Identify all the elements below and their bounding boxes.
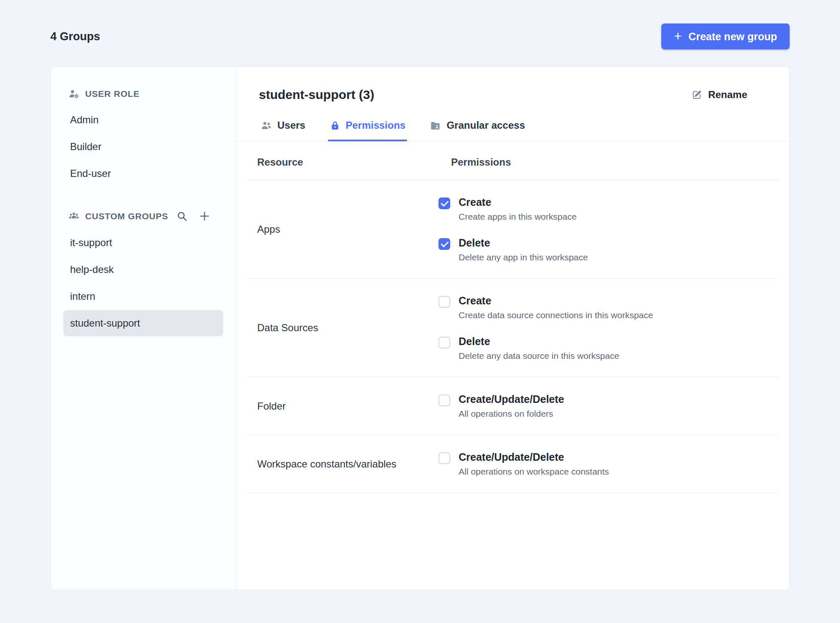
create-new-group-label: Create new group [689, 31, 777, 43]
sidebar-item-help-desk[interactable]: help-desk [63, 257, 223, 283]
sidebar-item-end-user[interactable]: End-user [63, 161, 223, 187]
permission-description: Create apps in this workspace [459, 212, 577, 222]
permissions-table: Resource Permissions Apps Create Create … [247, 141, 778, 493]
custom-groups-label: CUSTOM GROUPS [85, 211, 168, 221]
permission-label: Create/Update/Delete [459, 451, 609, 463]
table-row-workspace-constants: Workspace constants/variables Create/Upd… [247, 435, 778, 493]
permission-label: Create/Update/Delete [459, 393, 564, 405]
table-header-row: Resource Permissions [247, 141, 778, 180]
folder-cud-checkbox[interactable] [438, 395, 450, 406]
user-role-section: USER ROLE Admin Builder End-user [63, 85, 223, 187]
resource-name: Workspace constants/variables [247, 458, 438, 470]
sidebar-item-admin[interactable]: Admin [63, 107, 223, 133]
tab-permissions[interactable]: Permissions [328, 114, 407, 141]
folder-icon [430, 120, 441, 131]
permission-workspace-constants-cud: Create/Update/Delete All operations on w… [438, 451, 778, 477]
person-gear-icon [68, 88, 79, 99]
permission-description: Create data source connections in this w… [459, 310, 653, 320]
add-group-button[interactable] [198, 210, 211, 222]
page-title: 4 Groups [50, 30, 100, 43]
tab-granular-access-label: Granular access [446, 119, 525, 131]
groups-page: 4 Groups + Create new group [0, 0, 840, 622]
lock-icon [330, 120, 340, 131]
permission-label: Delete [459, 335, 619, 348]
group-title: student-support (3) [259, 88, 374, 102]
workspace-constants-cud-checkbox[interactable] [438, 452, 450, 464]
permission-description: Delete any app in this workspace [459, 252, 588, 262]
tab-users-label: Users [277, 119, 305, 131]
datasources-create-checkbox[interactable] [438, 296, 450, 308]
custom-groups-header: CUSTOM GROUPS [63, 207, 223, 226]
column-header-resource: Resource [247, 156, 438, 168]
apps-create-checkbox[interactable] [438, 197, 450, 209]
sidebar-item-it-support[interactable]: it-support [63, 230, 223, 256]
permission-label: Delete [459, 237, 588, 249]
group-detail-header: student-support (3) Rename [236, 67, 789, 102]
search-groups-button[interactable] [176, 210, 188, 222]
permission-label: Create [459, 196, 577, 208]
user-role-label: USER ROLE [85, 89, 140, 99]
tab-users[interactable]: Users [259, 114, 307, 141]
sidebar: USER ROLE Admin Builder End-user [51, 67, 236, 590]
group-detail-panel: student-support (3) Rename [236, 67, 789, 590]
plus-icon [198, 210, 211, 222]
sidebar-item-builder[interactable]: Builder [63, 134, 223, 160]
plus-icon: + [674, 29, 682, 43]
sidebar-item-intern[interactable]: intern [63, 283, 223, 309]
tabs-bar: Users Permissions [236, 114, 789, 141]
table-row-apps: Apps Create Create apps in this workspac… [247, 180, 778, 279]
resource-name: Folder [247, 400, 438, 412]
user-role-header: USER ROLE [63, 85, 223, 103]
permission-description: Delete any data source in this workspace [459, 351, 619, 361]
people-group-icon [68, 211, 79, 222]
resource-name: Apps [247, 223, 438, 235]
resource-name: Data Sources [247, 322, 438, 334]
tab-permissions-label: Permissions [346, 119, 406, 131]
custom-groups-actions [176, 210, 218, 222]
top-bar: 4 Groups + Create new group [50, 23, 790, 49]
groups-card: USER ROLE Admin Builder End-user [50, 66, 790, 590]
rename-label: Rename [708, 89, 747, 101]
permission-description: All operations on workspace constants [459, 467, 609, 477]
permission-description: All operations on folders [459, 409, 564, 419]
rename-button[interactable]: Rename [691, 89, 747, 101]
permission-apps-create: Create Create apps in this workspace [438, 196, 778, 222]
table-row-data-sources: Data Sources Create Create data source c… [247, 279, 778, 377]
pencil-icon [691, 89, 702, 100]
table-row-folder: Folder Create/Update/Delete All operatio… [247, 377, 778, 435]
apps-delete-checkbox[interactable] [438, 238, 450, 250]
tab-granular-access[interactable]: Granular access [428, 114, 527, 141]
permission-label: Create [459, 295, 653, 307]
permission-datasources-create: Create Create data source connections in… [438, 295, 778, 320]
permission-datasources-delete: Delete Delete any data source in this wo… [438, 335, 778, 361]
sidebar-item-student-support[interactable]: student-support [63, 310, 223, 336]
permission-apps-delete: Delete Delete any app in this workspace [438, 237, 778, 262]
search-icon [176, 210, 188, 222]
custom-groups-section: CUSTOM GROUPS [63, 207, 223, 336]
create-new-group-button[interactable]: + Create new group [661, 23, 790, 49]
datasources-delete-checkbox[interactable] [438, 337, 450, 348]
permission-folder-cud: Create/Update/Delete All operations on f… [438, 393, 778, 419]
column-header-permissions: Permissions [438, 156, 778, 168]
people-icon [261, 120, 272, 131]
